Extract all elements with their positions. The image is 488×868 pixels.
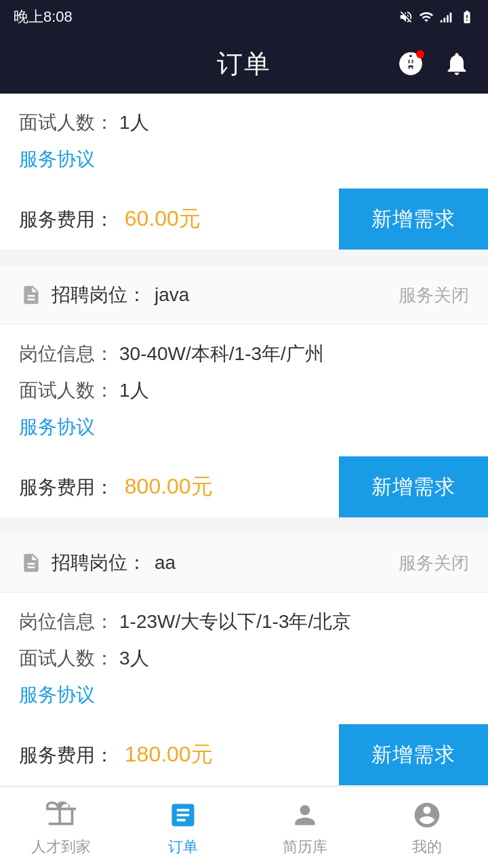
- add-demand-button-top[interactable]: 新增需求: [339, 189, 488, 250]
- interview-label: 面试人数：: [19, 110, 114, 136]
- fee-display-2: 服务费用： 180.00元: [19, 740, 213, 770]
- interview-value-1: 1人: [119, 378, 149, 403]
- nav-item-order[interactable]: 订单: [122, 787, 244, 868]
- fee-row-2: 服务费用： 180.00元 新增需求: [0, 724, 488, 785]
- nav-item-resume[interactable]: 简历库: [244, 787, 366, 868]
- bottom-nav: 人才到家 订单 简历库 我的: [0, 787, 488, 868]
- mine-icon: [411, 799, 443, 831]
- position-info-row-2: 岗位信息： 1-23W/大专以下/1-3年/北京: [19, 609, 469, 635]
- position-value-1: 30-40W/本科/1-3年/广州: [119, 341, 324, 367]
- service-status-1: 服务关闭: [399, 283, 469, 307]
- fee-display: 服务费用： 60.00元: [19, 204, 201, 234]
- job-value-1: java: [155, 284, 189, 306]
- signal-icon: [439, 9, 454, 24]
- service-status-2: 服务关闭: [399, 551, 469, 575]
- svg-rect-0: [441, 20, 443, 23]
- interview-value-2: 3人: [119, 646, 149, 671]
- interview-label-2: 面试人数：: [19, 646, 114, 671]
- doc-icon-2: [19, 551, 43, 575]
- service-link-1[interactable]: 服务协议: [19, 414, 95, 440]
- fee-text-label-1: 服务费用：: [19, 477, 114, 498]
- status-bar: 晚上8:08: [0, 0, 488, 34]
- order-card-top: 面试人数： 1人 服务协议 服务费用： 60.00元 新增需求: [0, 94, 488, 250]
- bell-icon: [443, 50, 470, 77]
- nav-item-mine[interactable]: 我的: [366, 787, 488, 868]
- nav-label-talent: 人才到家: [31, 837, 91, 857]
- interview-label-1: 面试人数：: [19, 378, 114, 403]
- order-info-2: 岗位信息： 1-23W/大专以下/1-3年/北京 面试人数： 3人 服务协议: [0, 593, 488, 724]
- add-demand-button-2[interactable]: 新增需求: [339, 724, 488, 785]
- order-top-section: 面试人数： 1人 服务协议: [0, 94, 488, 189]
- fee-amount-2: 180.00元: [125, 742, 213, 766]
- svg-rect-2: [447, 15, 449, 22]
- battery-icon: [460, 9, 474, 24]
- job-title-left-1: 招聘岗位： java: [19, 282, 189, 308]
- header: 订单: [0, 34, 488, 94]
- face-icon-btn[interactable]: [396, 49, 426, 79]
- talent-icon: [45, 799, 77, 831]
- divider-2: [0, 526, 488, 534]
- interview-row-1: 面试人数： 1人: [19, 378, 469, 403]
- job-label-1: 招聘岗位：: [52, 282, 146, 308]
- position-label-1: 岗位信息：: [19, 341, 114, 367]
- fee-amount-1: 800.00元: [125, 474, 213, 498]
- resume-icon: [289, 799, 321, 831]
- divider-1: [0, 258, 488, 266]
- interview-value: 1人: [119, 110, 149, 136]
- mute-icon: [399, 9, 413, 24]
- service-fee-row: 服务费用： 60.00元 新增需求: [0, 189, 488, 250]
- job-value-2: aa: [155, 552, 176, 574]
- fee-amount: 60.00元: [125, 206, 201, 231]
- fee-text-label-2: 服务费用：: [19, 745, 114, 766]
- position-value-2: 1-23W/大专以下/1-3年/北京: [119, 609, 351, 635]
- notification-dot: [416, 50, 424, 58]
- interview-row-2: 面试人数： 3人: [19, 646, 469, 671]
- job-header-1: 招聘岗位： java 服务关闭: [0, 266, 488, 325]
- svg-rect-1: [443, 18, 445, 22]
- nav-label-mine: 我的: [412, 837, 442, 857]
- job-title-left-2: 招聘岗位： aa: [19, 550, 176, 576]
- nav-item-talent[interactable]: 人才到家: [0, 787, 122, 868]
- bell-icon-btn[interactable]: [442, 49, 472, 79]
- job-header-2: 招聘岗位： aa 服务关闭: [0, 534, 488, 593]
- svg-rect-3: [450, 13, 452, 23]
- order-card-2: 招聘岗位： aa 服务关闭 岗位信息： 1-23W/大专以下/1-3年/北京 面…: [0, 534, 488, 785]
- add-demand-button-1[interactable]: 新增需求: [339, 456, 488, 517]
- job-label-2: 招聘岗位：: [52, 550, 146, 576]
- header-icons: [396, 49, 472, 79]
- interview-count-row: 面试人数： 1人: [19, 110, 469, 136]
- order-info-1: 岗位信息： 30-40W/本科/1-3年/广州 面试人数： 1人 服务协议: [0, 325, 488, 456]
- service-link-2[interactable]: 服务协议: [19, 682, 95, 708]
- order-icon: [167, 799, 199, 831]
- nav-label-order: 订单: [168, 837, 198, 857]
- wifi-icon: [419, 9, 434, 24]
- nav-label-resume: 简历库: [283, 837, 327, 857]
- position-label-2: 岗位信息：: [19, 609, 114, 635]
- order-card-1: 招聘岗位： java 服务关闭 岗位信息： 30-40W/本科/1-3年/广州 …: [0, 266, 488, 517]
- doc-icon-1: [19, 283, 43, 307]
- orders-scroll-area: 面试人数： 1人 服务协议 服务费用： 60.00元 新增需求 招聘岗位：: [0, 94, 488, 868]
- fee-row-1: 服务费用： 800.00元 新增需求: [0, 456, 488, 517]
- position-info-row-1: 岗位信息： 30-40W/本科/1-3年/广州: [19, 341, 469, 367]
- status-icons: [399, 9, 474, 24]
- status-time: 晚上8:08: [14, 7, 73, 27]
- page-title: 订单: [217, 47, 271, 81]
- service-link[interactable]: 服务协议: [19, 146, 95, 172]
- fee-label: 服务费用：: [19, 209, 114, 230]
- fee-display-1: 服务费用： 800.00元: [19, 472, 213, 502]
